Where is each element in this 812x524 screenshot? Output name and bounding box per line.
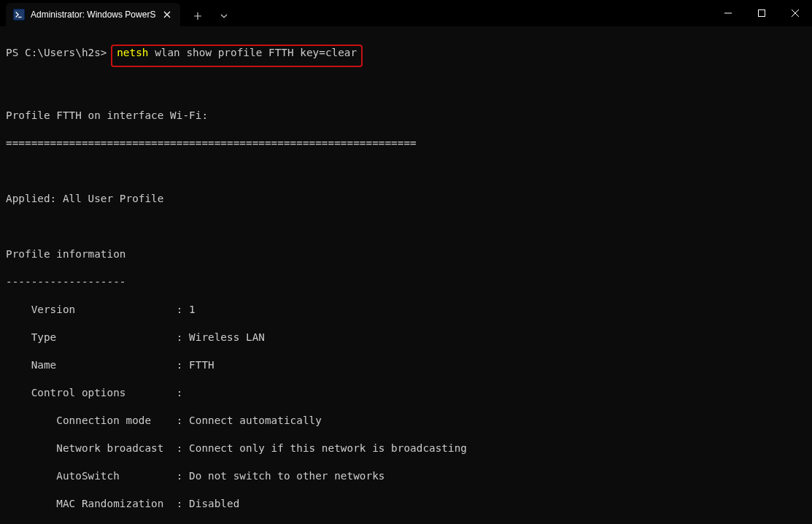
titlebar: Administrator: Windows PowerS (0, 0, 812, 26)
blank-line (6, 81, 806, 95)
command-name: netsh (117, 47, 148, 58)
blank-line (6, 164, 806, 178)
profile-line: Connection mode : Connect automatically (6, 414, 806, 428)
profile-line: AutoSwitch : Do not switch to other netw… (6, 469, 806, 483)
prompt: PS C:\Users\h2s> (6, 46, 113, 60)
tab-title: Administrator: Windows PowerS (31, 9, 155, 20)
maximize-button[interactable] (745, 0, 778, 26)
powershell-icon (13, 9, 25, 20)
active-tab[interactable]: Administrator: Windows PowerS (6, 3, 180, 26)
tabs-area: Administrator: Windows PowerS (0, 0, 236, 26)
tab-dropdown-button[interactable] (212, 6, 236, 26)
applied-line: Applied: All User Profile (6, 192, 806, 206)
profile-info-divider: ------------------- (6, 275, 806, 289)
profile-line: Name : FTTH (6, 358, 806, 372)
tab-close-button[interactable] (161, 9, 173, 20)
profile-line: Network broadcast : Connect only if this… (6, 442, 806, 455)
close-window-button[interactable] (778, 0, 812, 26)
command-highlight-box: netsh wlan show profile FTTH key=clear (111, 45, 363, 67)
profile-line: Control options : (6, 386, 806, 400)
profile-header: Profile FTTH on interface Wi-Fi: (6, 109, 806, 123)
terminal-content[interactable]: PS C:\Users\h2s> netsh wlan show profile… (0, 26, 812, 524)
window-controls (711, 0, 812, 26)
minimize-button[interactable] (711, 0, 745, 26)
header-divider: ========================================… (6, 136, 806, 150)
profile-line: Type : Wireless LAN (6, 331, 806, 344)
command-args: wlan show profile FTTH key=clear (148, 47, 357, 58)
svg-rect-1 (759, 10, 765, 17)
profile-line: Version : 1 (6, 303, 806, 317)
profile-line: MAC Randomization : Disabled (6, 497, 806, 511)
profile-info-title: Profile information (6, 247, 806, 261)
blank-line (6, 220, 806, 234)
new-tab-button[interactable] (186, 6, 209, 26)
